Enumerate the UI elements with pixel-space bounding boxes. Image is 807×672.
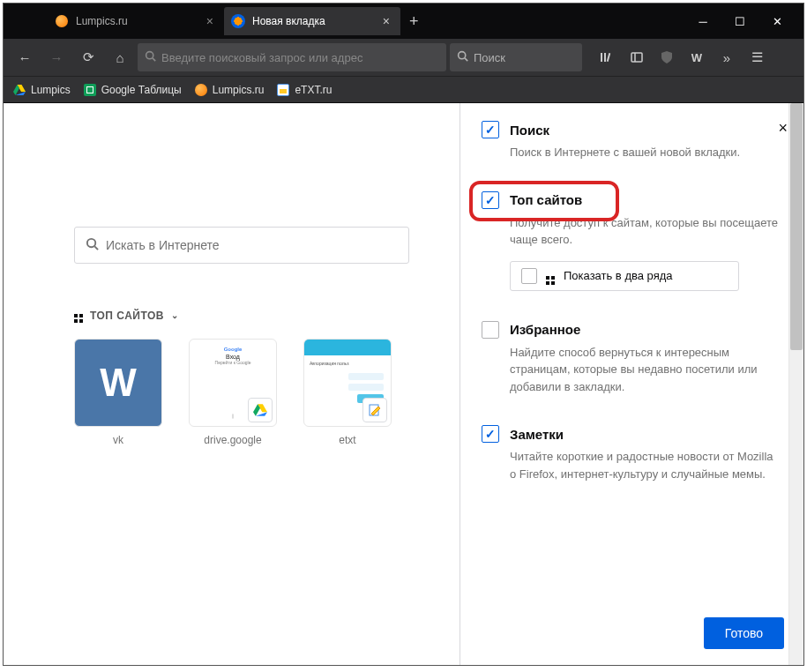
window-controls: ─ ☐ ✕ xyxy=(692,15,803,28)
library-icon[interactable] xyxy=(593,43,621,71)
sheets-icon xyxy=(83,83,97,97)
topsites-heading-label: ТОП САЙТОВ xyxy=(90,310,164,322)
minimize-button[interactable]: ─ xyxy=(692,15,714,28)
close-tab-icon[interactable]: × xyxy=(379,14,393,28)
setting-search: Поиск Поиск в Интернете с вашей новой вк… xyxy=(482,121,782,161)
topsite-thumb: W xyxy=(74,339,162,427)
new-tab-button[interactable]: + xyxy=(400,12,428,31)
chevron-down-icon: ⌄ xyxy=(171,310,179,320)
svg-line-13 xyxy=(94,246,98,250)
bookmark-item[interactable]: Lumpics.ru xyxy=(194,83,265,97)
bookmark-label: Google Таблицы xyxy=(101,84,182,96)
etxt-icon xyxy=(276,83,290,97)
setting-desc: Читайте короткие и радостные новости от … xyxy=(510,448,782,482)
setting-snippets: Заметки Читайте короткие и радостные нов… xyxy=(482,425,782,482)
menu-icon[interactable]: ☰ xyxy=(743,43,771,71)
gdrive-icon xyxy=(12,83,26,97)
nav-toolbar: ← → ⟳ ⌂ Введите поисковый запрос или адр… xyxy=(4,39,803,76)
svg-rect-6 xyxy=(607,53,611,62)
topsite-label: drive.google xyxy=(189,434,277,446)
reload-button[interactable]: ⟳ xyxy=(74,43,102,71)
topsites-grid: W vk Google Вход Перейти к Google dri xyxy=(74,339,433,446)
checkbox-highlights[interactable] xyxy=(482,321,499,339)
bookmark-label: Lumpics.ru xyxy=(213,84,265,96)
topsite-tile-etxt[interactable]: Авторизация польз etxt xyxy=(303,339,392,446)
tab-strip: Lumpics.ru × Новая вкладка × + xyxy=(4,4,428,39)
bookmark-label: eTXT.ru xyxy=(295,84,332,96)
newtab-search-input[interactable]: Искать в Интернете xyxy=(74,227,409,264)
setting-highlights: Избранное Найдите способ вернуться к инт… xyxy=(482,321,782,396)
vk-icon[interactable]: W xyxy=(683,43,711,71)
search-bar[interactable]: Поиск xyxy=(450,43,582,71)
search-icon xyxy=(86,237,99,253)
close-window-button[interactable]: ✕ xyxy=(766,15,788,28)
ublock-icon[interactable] xyxy=(653,43,681,71)
home-button[interactable]: ⌂ xyxy=(106,43,134,71)
bookmark-item[interactable]: Lumpics xyxy=(12,83,71,97)
setting-title: Избранное xyxy=(510,322,580,337)
search-icon xyxy=(457,50,468,64)
browser-window: Lumpics.ru × Новая вкладка × + ─ ☐ ✕ ← →… xyxy=(3,3,804,666)
checkbox-tworows[interactable] xyxy=(521,268,537,284)
overflow-icon[interactable]: » xyxy=(713,43,741,71)
setting-sub-tworows[interactable]: Показать в два ряда xyxy=(510,261,739,291)
svg-rect-5 xyxy=(604,53,606,62)
setting-sub-label: Показать в два ряда xyxy=(564,269,673,282)
tab-active[interactable]: Новая вкладка × xyxy=(224,7,400,35)
favicon-firefox-icon xyxy=(231,14,245,28)
grid-icon xyxy=(546,267,555,285)
maximize-button[interactable]: ☐ xyxy=(729,15,751,28)
setting-desc: Найдите способ вернуться к интересным ст… xyxy=(510,344,782,396)
url-bar[interactable]: Введите поисковый запрос или адрес xyxy=(138,43,446,71)
svg-rect-4 xyxy=(601,53,602,62)
setting-topsites: Топ сайтов Получите доступ к сайтам, кот… xyxy=(482,191,782,291)
svg-line-3 xyxy=(465,58,467,61)
forward-button[interactable]: → xyxy=(42,43,71,71)
grid-icon xyxy=(74,308,83,323)
svg-rect-7 xyxy=(631,53,642,62)
content-area: Искать в Интернете ТОП САЙТОВ ⌄ W vk Goo… xyxy=(4,103,803,665)
tab-label: Новая вкладка xyxy=(252,15,325,27)
scrollbar-thumb[interactable] xyxy=(790,103,803,350)
urlbar-placeholder: Введите поисковый запрос или адрес xyxy=(161,51,362,64)
newtab-page: Искать в Интернете ТОП САЙТОВ ⌄ W vk Goo… xyxy=(4,103,460,665)
topsites-heading[interactable]: ТОП САЙТОВ ⌄ xyxy=(74,308,433,323)
checkbox-topsites[interactable] xyxy=(482,191,499,209)
scrollbar[interactable] xyxy=(788,103,803,665)
svg-line-1 xyxy=(153,58,155,61)
svg-point-0 xyxy=(146,52,153,59)
setting-title: Заметки xyxy=(510,427,564,442)
topsite-label: vk xyxy=(74,434,162,446)
svg-point-2 xyxy=(459,52,466,59)
favicon-orange-icon xyxy=(194,83,208,97)
close-tab-icon[interactable]: × xyxy=(203,14,217,28)
svg-point-12 xyxy=(87,239,95,247)
topsite-thumb: Авторизация польз xyxy=(303,339,392,427)
favicon-orange-icon xyxy=(55,14,69,28)
searchbar-label: Поиск xyxy=(474,51,505,64)
toolbar-icons: W » ☰ xyxy=(593,43,771,71)
newtab-settings-panel: × Поиск Поиск в Интернете с вашей новой … xyxy=(460,103,803,665)
search-icon xyxy=(145,50,156,64)
topsite-label: etxt xyxy=(303,434,392,446)
bookmark-item[interactable]: Google Таблицы xyxy=(83,83,182,97)
checkbox-search[interactable] xyxy=(482,121,499,138)
done-button[interactable]: Готово xyxy=(704,617,784,649)
topsite-tile-vk[interactable]: W vk xyxy=(74,339,162,446)
newtab-search-placeholder: Искать в Интернете xyxy=(106,238,220,252)
bookmarks-bar: Lumpics Google Таблицы Lumpics.ru eTXT.r… xyxy=(4,76,803,102)
bookmark-label: Lumpics xyxy=(31,84,71,96)
tab-inactive[interactable]: Lumpics.ru × xyxy=(48,7,224,35)
tab-label: Lumpics.ru xyxy=(76,15,128,27)
bookmark-item[interactable]: eTXT.ru xyxy=(276,83,332,97)
setting-desc: Поиск в Интернете с вашей новой вкладки. xyxy=(510,144,782,161)
topsite-tile-drive[interactable]: Google Вход Перейти к Google drive.googl… xyxy=(189,339,277,446)
setting-title: Поиск xyxy=(510,123,549,138)
gdrive-icon xyxy=(248,398,273,422)
sidebar-icon[interactable] xyxy=(623,43,651,71)
etxt-badge-icon xyxy=(362,398,387,422)
checkbox-snippets[interactable] xyxy=(482,425,499,443)
setting-desc: Получите доступ к сайтам, которые вы пос… xyxy=(510,214,782,249)
back-button[interactable]: ← xyxy=(11,43,39,71)
setting-title: Топ сайтов xyxy=(510,192,582,207)
